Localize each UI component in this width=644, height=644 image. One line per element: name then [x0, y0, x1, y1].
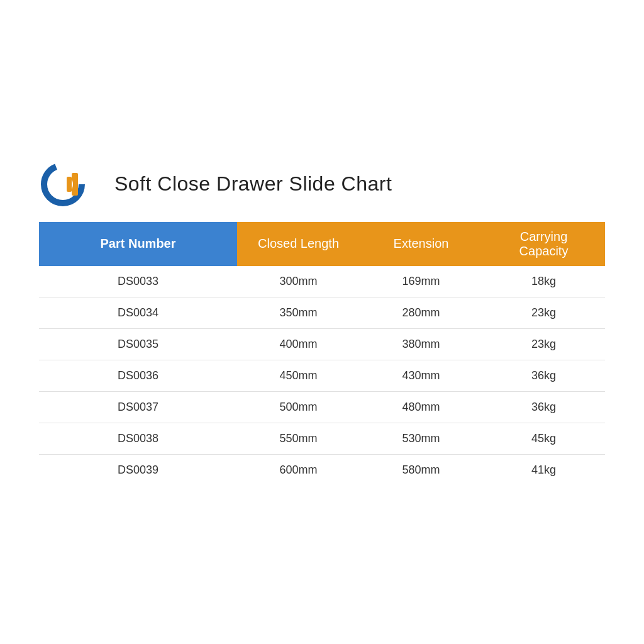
cell-capacity: 18kg — [482, 266, 605, 297]
cell-extension: 169mm — [360, 266, 482, 297]
cell-capacity: 41kg — [482, 454, 605, 486]
cell-capacity: 23kg — [482, 328, 605, 360]
table-row: DS0036450mm430mm36kg — [39, 360, 605, 391]
col-header-extension: Extension — [360, 222, 482, 266]
cell-closed-length: 350mm — [237, 297, 360, 328]
cell-extension: 430mm — [360, 360, 482, 391]
cell-closed-length: 300mm — [237, 266, 360, 297]
cell-closed-length: 550mm — [237, 423, 360, 454]
table-row: DS0039600mm580mm41kg — [39, 454, 605, 486]
table-header-row: Part Number Closed Length Extension Carr… — [39, 222, 605, 266]
cell-extension: 580mm — [360, 454, 482, 486]
cell-closed-length: 400mm — [237, 328, 360, 360]
cell-part-number: DS0035 — [39, 328, 237, 360]
cell-extension: 530mm — [360, 423, 482, 454]
cell-capacity: 36kg — [482, 360, 605, 391]
cell-closed-length: 450mm — [237, 360, 360, 391]
header: Soft Close Drawer Slide Chart — [39, 159, 605, 209]
cell-capacity: 36kg — [482, 391, 605, 423]
col-header-part-number: Part Number — [39, 222, 237, 266]
table-row: DS0037500mm480mm36kg — [39, 391, 605, 423]
cell-capacity: 23kg — [482, 297, 605, 328]
col-header-carrying-capacity: Carrying Capacity — [482, 222, 605, 266]
svg-rect-3 — [67, 177, 72, 192]
cell-closed-length: 500mm — [237, 391, 360, 423]
cell-extension: 380mm — [360, 328, 482, 360]
slide-chart-table: Part Number Closed Length Extension Carr… — [39, 222, 605, 486]
company-logo — [39, 159, 89, 209]
cell-extension: 480mm — [360, 391, 482, 423]
cell-part-number: DS0034 — [39, 297, 237, 328]
cell-closed-length: 600mm — [237, 454, 360, 486]
cell-capacity: 45kg — [482, 423, 605, 454]
cell-part-number: DS0036 — [39, 360, 237, 391]
table-row: DS0033300mm169mm18kg — [39, 266, 605, 297]
table-row: DS0034350mm280mm23kg — [39, 297, 605, 328]
cell-part-number: DS0033 — [39, 266, 237, 297]
cell-part-number: DS0037 — [39, 391, 237, 423]
cell-extension: 280mm — [360, 297, 482, 328]
table-row: DS0038550mm530mm45kg — [39, 423, 605, 454]
main-container: Soft Close Drawer Slide Chart Part Numbe… — [39, 159, 605, 486]
col-header-closed-length: Closed Length — [237, 222, 360, 266]
cell-part-number: DS0039 — [39, 454, 237, 486]
cell-part-number: DS0038 — [39, 423, 237, 454]
table-row: DS0035400mm380mm23kg — [39, 328, 605, 360]
page-title: Soft Close Drawer Slide Chart — [114, 172, 392, 196]
